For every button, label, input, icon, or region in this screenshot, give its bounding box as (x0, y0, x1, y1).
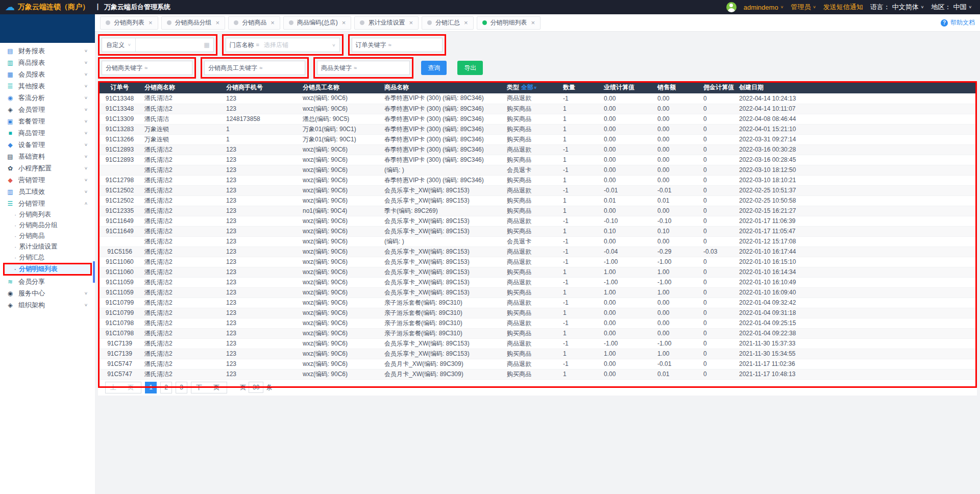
match-fuzzy-symbol: ≈ (259, 65, 262, 71)
cell-type: 购买商品 (504, 155, 560, 165)
cell-distributor-phone: 123 (223, 185, 300, 195)
cell-commission-value: 0 (700, 216, 736, 226)
sidebar-item-basic-data[interactable]: ▤基础资料∨ (0, 151, 95, 162)
staff-keyword-label: 分销商员工关键字 (208, 64, 257, 72)
basic-data-icon: ▤ (6, 153, 14, 160)
cell-quantity: -1 (560, 277, 601, 287)
tab-close-icon[interactable]: × (216, 19, 220, 27)
table-row: 91C13283万象连锁1万象01(编码: 90C1)春季特惠VIP卡 (300… (98, 124, 977, 134)
help-icon: ? (941, 19, 948, 27)
cell-created-date: 2022-01-10 16:09:40 (736, 287, 977, 298)
chevron-down-icon: ∨ (84, 48, 88, 53)
sidebar-item-traffic-analysis[interactable]: ◉客流分析∨ (0, 92, 95, 104)
goods-mgmt-icon: ■ (6, 130, 14, 137)
cell-commission-value: 0 (700, 114, 736, 124)
sidebar-subitem-distribution-detail-list[interactable]: 分销明细列表 (3, 263, 92, 276)
product-keyword-input[interactable] (360, 61, 409, 75)
sidebar-item-distribution-mgmt[interactable]: ☰分销管理∧ (0, 197, 95, 209)
export-button[interactable]: 导出 (457, 61, 483, 75)
sidebar-item-goods-mgmt[interactable]: ■商品管理∨ (0, 127, 95, 139)
search-button[interactable]: 查询 (421, 61, 447, 75)
tab-close-icon[interactable]: × (149, 19, 153, 27)
type-filter-dropdown[interactable]: 全部 ∨ (521, 84, 537, 91)
cell-type: 商品退款 (504, 216, 560, 226)
sidebar-subitem-cumulative-performance[interactable]: 累计业绩设置 (0, 241, 95, 252)
sidebar-subitem-distribution-goods-group[interactable]: 分销商品分组 (0, 220, 95, 231)
store-select-field[interactable]: 门店名称 = 选择店铺 ∨ (226, 38, 340, 52)
next-page-button[interactable]: 下一页 (191, 382, 227, 393)
tab-close-icon[interactable]: × (531, 19, 535, 27)
tab-goods-code-hq[interactable]: 商品编码(总店)× (283, 16, 352, 30)
order-keyword-input[interactable] (395, 38, 442, 52)
cell-created-date: 2022-01-04 09:31:18 (736, 308, 977, 318)
tab-distribution-detail-list[interactable]: 分销明细列表× (477, 16, 541, 30)
tab-distribution-goods-group[interactable]: 分销商品分组× (161, 16, 226, 30)
sidebar-item-org-structure[interactable]: ◈组织架构∨ (0, 299, 95, 311)
tab-distribution-summary[interactable]: 分销汇总× (422, 16, 474, 30)
tab-close-icon[interactable]: × (342, 19, 346, 27)
sidebar-subitem-distribution-summary[interactable]: 分销汇总 (0, 252, 95, 263)
cell-distributor-name: 万象连锁 (141, 134, 223, 144)
role-menu[interactable]: 管理员 ∨ (791, 3, 816, 12)
date-range-input[interactable]: ▦ (136, 38, 213, 52)
cell-sales-amount: 0.00 (654, 124, 700, 134)
help-doc-link[interactable]: ? 帮助文档 (941, 18, 975, 27)
sidebar-item-device-mgmt[interactable]: ◆设备管理∨ (0, 139, 95, 151)
region-menu[interactable]: 地区： 中国 ∨ (931, 3, 972, 12)
tab-close-icon[interactable]: × (271, 19, 275, 27)
sidebar-item-marketing-mgmt[interactable]: ◆营销管理∨ (0, 174, 95, 186)
sidebar: ▤财务报表∨▥商品报表∨▦会员报表∨☰其他报表∨◉客流分析∨◈会员管理∨▣套餐管… (0, 14, 95, 494)
cell-sales-amount: 0.00 (654, 175, 700, 185)
cell-created-date: 2022-04-14 10:24:13 (736, 93, 977, 104)
cell-quantity: -1 (560, 185, 601, 195)
help-doc-label: 帮助文档 (950, 18, 975, 27)
sidebar-item-goods-reports[interactable]: ▥商品报表∨ (0, 57, 95, 68)
sidebar-item-label: 套餐管理 (18, 117, 45, 126)
sidebar-scroll-indicator[interactable] (93, 261, 95, 283)
sidebar-item-member-reports[interactable]: ▦会员报表∨ (0, 68, 95, 80)
tab-close-icon[interactable]: × (464, 19, 468, 27)
sidebar-subitem-distributor-list[interactable]: 分销商列表 (0, 209, 95, 220)
tab-distribution-goods[interactable]: 分销商品× (228, 16, 280, 30)
sidebar-item-member-mgmt[interactable]: ◈会员管理∨ (0, 104, 95, 115)
distributor-keyword-input[interactable] (151, 61, 192, 75)
prev-page-button[interactable]: 上一页 (105, 382, 141, 393)
cell-sales-amount: 0.00 (654, 93, 700, 104)
sidebar-item-service-center[interactable]: ◉服务中心∨ (0, 287, 95, 299)
chevron-down-icon: ∨ (84, 154, 88, 159)
tab-close-icon[interactable]: × (409, 19, 413, 27)
chevron-down-icon: ∨ (84, 119, 88, 124)
page-number-3[interactable]: 3 (176, 382, 187, 393)
sidebar-item-miniprogram-config[interactable]: ✿小程序配置∨ (0, 162, 95, 174)
page-number-2[interactable]: 2 (160, 382, 172, 393)
sidebar-item-label: 服务中心 (18, 289, 45, 298)
sidebar-subitem-distribution-goods[interactable]: 分销商品 (0, 231, 95, 241)
tab-distributor-list[interactable]: 分销商列表× (100, 16, 158, 30)
cell-created-date: 2022-04-08 08:46:44 (736, 114, 977, 124)
sidebar-item-member-share[interactable]: ≋会员分享 (0, 276, 95, 287)
chevron-down-icon: ∨ (84, 84, 88, 88)
sidebar-item-finance-reports[interactable]: ▤财务报表∨ (0, 45, 95, 57)
match-fuzzy-symbol: ≈ (354, 65, 357, 71)
cell-distributor-phone: 123 (223, 349, 300, 359)
sidebar-item-other-reports[interactable]: ☰其他报表∨ (0, 80, 95, 92)
sidebar-item-staff-performance[interactable]: ▥员工绩效∨ (0, 186, 95, 197)
user-menu[interactable]: admindemo ∨ (744, 4, 784, 11)
page-number-1[interactable]: 1 (145, 382, 157, 393)
type-filter-value: 全部 (521, 84, 533, 91)
store-placeholder: 选择店铺 (263, 41, 332, 50)
cell-created-date: 2021-11-30 15:34:55 (736, 349, 977, 359)
table-row: 91C11059潘氏清洁2123wxz(编码: 90C6)会员乐享卡_XW(编码… (98, 277, 977, 287)
cell-quantity: 1 (560, 349, 601, 359)
send-sms-link[interactable]: 发送短信通知 (823, 3, 863, 12)
cell-product-name: 春季特惠VIP卡 (300) (编码: 89C346) (381, 134, 504, 144)
cell-distributor-name: 潘氏清洁2 (141, 155, 223, 165)
tab-cumulative-performance[interactable]: 累计业绩设置× (354, 16, 419, 30)
page-size-select[interactable]: 30 (249, 382, 263, 393)
sidebar-item-package-mgmt[interactable]: ▣套餐管理∨ (0, 115, 95, 127)
table-row: 91C11060潘氏清洁2123wxz(编码: 90C6)会员乐享卡_XW(编码… (98, 267, 977, 277)
cell-sales-amount: 0.00 (654, 134, 700, 144)
language-menu[interactable]: 语言： 中文简体 ∨ (870, 3, 924, 12)
date-type-select[interactable]: 自定义 ∨ (102, 38, 136, 52)
staff-keyword-input[interactable] (266, 61, 305, 75)
